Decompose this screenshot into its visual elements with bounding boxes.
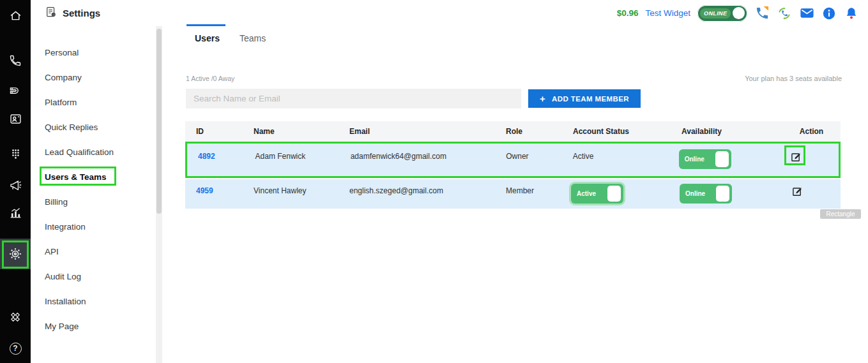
edit-user-button[interactable] <box>789 151 803 165</box>
user-role: Owner <box>495 149 561 161</box>
mail-icon[interactable] <box>799 6 814 21</box>
toggle-knob <box>716 186 729 202</box>
online-status-label: ONLINE <box>700 8 731 19</box>
account-status-text: Active <box>562 149 670 161</box>
account-status-toggle-label: Active <box>577 190 596 197</box>
col-header-account-status: Account Status <box>562 127 671 136</box>
tab-users[interactable]: Users <box>195 33 220 46</box>
users-table: ID Name Email Role Account Status Availa… <box>185 121 841 209</box>
nav-item-users-teams[interactable]: Users & Teams <box>31 165 156 189</box>
app-sidebar: ? <box>0 0 31 363</box>
user-role: Member <box>495 184 562 195</box>
nav-item-billing[interactable]: Billing <box>31 189 156 214</box>
user-id-link[interactable]: 4959 <box>185 184 243 195</box>
table-row: 4892 Adam Fenwick adamfenwick64@gmail.co… <box>185 142 841 178</box>
toggle-knob <box>715 151 729 167</box>
col-header-availability: Availability <box>671 127 782 136</box>
nav-item-quick-replies[interactable]: Quick Replies <box>31 115 156 140</box>
nav-item-company[interactable]: Company <box>31 65 156 90</box>
campaigns-icon[interactable] <box>0 172 31 198</box>
table-row: 4959 Vincent Hawley english.szeged@gmail… <box>185 179 841 209</box>
table-header-row: ID Name Email Role Account Status Availa… <box>185 121 841 142</box>
add-team-member-label: ADD TEAM MEMBER <box>552 95 629 103</box>
edit-user-button[interactable] <box>791 185 805 199</box>
widget-name-link[interactable]: Test Widget <box>645 8 690 18</box>
settings-icon[interactable] <box>0 241 31 267</box>
availability-toggle[interactable]: Online <box>679 149 731 169</box>
page-title: Settings <box>63 8 100 19</box>
apps-icon[interactable] <box>0 304 31 330</box>
col-header-action: Action <box>782 127 841 136</box>
tab-teams[interactable]: Teams <box>240 33 266 46</box>
col-header-name: Name <box>243 127 339 136</box>
topbar: Settings $0.96 Test Widget ONLINE <box>31 0 868 26</box>
help-icon[interactable]: ? <box>0 336 31 361</box>
balance-amount: $0.96 <box>617 8 639 18</box>
availability-toggle-label: Online <box>685 156 704 163</box>
settings-nav: Personal Company Platform Quick Replies … <box>31 26 156 363</box>
nav-item-integration[interactable]: Integration <box>31 214 156 239</box>
magnet-icon[interactable] <box>0 78 31 103</box>
analytics-icon[interactable] <box>0 200 31 225</box>
search-input[interactable] <box>186 89 521 108</box>
agents-status-summary: 1 Active /0 Away <box>186 75 234 82</box>
nav-item-platform[interactable]: Platform <box>31 90 156 115</box>
info-icon[interactable] <box>821 6 837 21</box>
phone-icon[interactable] <box>754 6 770 21</box>
nav-item-api[interactable]: API <box>31 239 156 264</box>
nav-item-my-page[interactable]: My Page <box>31 314 156 339</box>
nav-item-installation[interactable]: Installation <box>31 289 156 314</box>
plus-icon: + <box>540 93 545 104</box>
user-email: english.szeged@gmail.com <box>339 184 495 195</box>
availability-toggle[interactable]: Online <box>680 184 732 204</box>
availability-toggle-label: Online <box>685 190 705 197</box>
toggle-knob <box>607 186 621 202</box>
user-email: adamfenwick64@gmail.com <box>340 149 496 161</box>
rectangle-overlay-badge: Rectangle <box>820 209 861 219</box>
seats-available-note: Your plan has 3 seats available <box>745 75 842 82</box>
dialpad-icon[interactable] <box>0 141 31 167</box>
online-status-toggle[interactable]: ONLINE <box>697 5 747 22</box>
nav-item-personal[interactable]: Personal <box>31 40 156 65</box>
calls-icon[interactable] <box>0 48 31 73</box>
help-glyph: ? <box>10 343 22 355</box>
col-header-role: Role <box>495 127 562 136</box>
account-status-toggle[interactable]: Active <box>571 184 623 204</box>
scrollbar-thumb[interactable] <box>156 29 162 214</box>
user-id-link[interactable]: 4892 <box>187 149 245 161</box>
home-icon[interactable] <box>0 3 31 28</box>
nav-item-audit-log[interactable]: Audit Log <box>31 264 156 289</box>
user-name: Adam Fenwick <box>245 149 340 161</box>
nav-item-lead-qualification[interactable]: Lead Qualification <box>31 140 156 165</box>
toggle-knob <box>733 7 745 19</box>
col-header-email: Email <box>339 127 495 136</box>
notifications-icon[interactable] <box>844 6 859 21</box>
col-header-id: ID <box>185 127 243 136</box>
settings-doc-icon <box>45 6 57 21</box>
user-name: Vincent Hawley <box>243 184 339 195</box>
callback-icon[interactable] <box>777 6 792 21</box>
add-team-member-button[interactable]: + ADD TEAM MEMBER <box>528 89 641 108</box>
contacts-icon[interactable] <box>0 106 31 131</box>
topbar-right-cluster: $0.96 Test Widget ONLINE <box>617 0 859 26</box>
active-tab-indicator <box>187 24 225 26</box>
page-title-group: Settings <box>45 0 100 26</box>
